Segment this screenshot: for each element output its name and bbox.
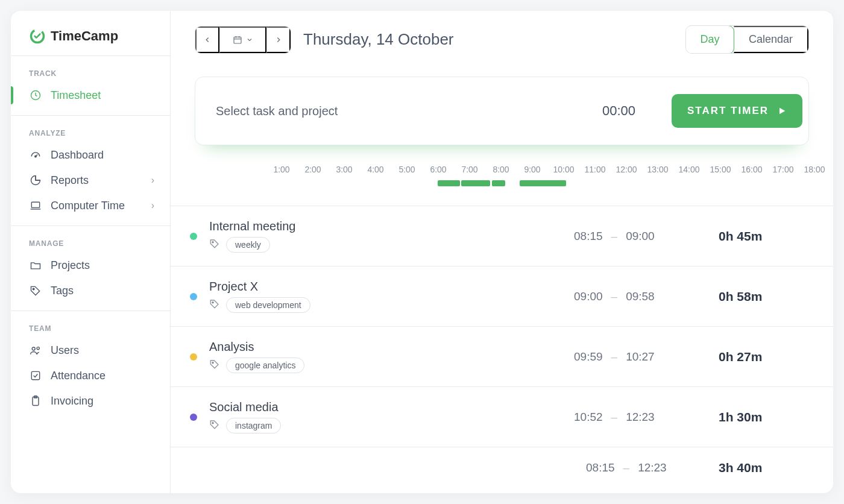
- date-title: Thursday, 14 October: [303, 30, 454, 49]
- sidebar-item-dashboard[interactable]: Dashboard: [11, 142, 170, 168]
- prev-day-button[interactable]: [195, 27, 219, 53]
- entry-duration: 1h 30m: [719, 410, 809, 424]
- hour-label: 19:0: [830, 165, 833, 174]
- sidebar-item-invoicing[interactable]: Invoicing: [11, 388, 170, 414]
- entry-start: 08:15: [574, 230, 603, 243]
- sidebar-section-label: MANAGE: [11, 226, 170, 253]
- hour-label: 11:00: [579, 165, 611, 174]
- svg-rect-3: [31, 202, 39, 207]
- checkbox-icon: [29, 369, 42, 382]
- sidebar-item-label: Users: [51, 344, 79, 357]
- gauge-icon: [29, 148, 42, 162]
- entry-end: 12:23: [626, 411, 655, 424]
- tag-icon: [29, 284, 42, 297]
- tag-chip[interactable]: google analytics: [226, 358, 304, 373]
- sidebar-item-computer-time[interactable]: Computer Time›: [11, 193, 170, 218]
- totals-times: 08:15 – 12:23: [586, 461, 719, 474]
- sidebar-item-tags[interactable]: Tags: [11, 278, 170, 303]
- sidebar-item-projects[interactable]: Projects: [11, 253, 170, 278]
- entry-end: 09:58: [626, 290, 655, 303]
- date-picker-button[interactable]: [219, 27, 266, 53]
- sidebar-item-attendance[interactable]: Attendance: [11, 363, 170, 388]
- svg-point-14: [212, 423, 213, 424]
- time-separator: –: [623, 461, 630, 474]
- tag-icon: [209, 298, 220, 312]
- sidebar-section-label: TRACK: [11, 56, 170, 83]
- entry-end: 09:00: [626, 230, 655, 243]
- tag-chip[interactable]: instagram: [226, 418, 281, 433]
- time-separator: –: [611, 290, 618, 303]
- date-controls: [195, 26, 291, 54]
- entry-main: Analysisgoogle analytics: [209, 340, 562, 373]
- hour-label: 8:00: [485, 165, 517, 174]
- totals-duration: 3h 40m: [719, 461, 809, 475]
- view-calendar-button[interactable]: Calendar: [734, 26, 808, 53]
- entry-title: Internal meeting: [209, 219, 562, 233]
- entry-row[interactable]: Internal meetingweekly08:15–09:000h 45m: [171, 206, 833, 266]
- time-separator: –: [611, 230, 618, 243]
- sidebar-section-label: TEAM: [11, 311, 170, 338]
- entry-duration: 0h 27m: [719, 350, 809, 364]
- entry-start: 09:00: [574, 290, 603, 303]
- hour-label: 3:00: [329, 165, 360, 174]
- timeline-segment: [492, 180, 505, 186]
- sidebar: TimeCamp TRACKTimesheetANALYZEDashboardR…: [11, 11, 171, 493]
- entry-times: 10:52–12:23: [574, 411, 707, 424]
- sidebar-item-label: Attendance: [51, 370, 106, 382]
- sidebar-item-label: Computer Time: [51, 200, 125, 212]
- entry-duration: 0h 58m: [719, 289, 809, 304]
- hour-label: 15:00: [705, 165, 736, 174]
- hour-label: 10:00: [548, 165, 579, 174]
- tag-chip[interactable]: web development: [226, 297, 310, 313]
- svg-rect-10: [234, 37, 241, 43]
- app-frame: TimeCamp TRACKTimesheetANALYZEDashboardR…: [11, 11, 833, 493]
- hour-label: 6:00: [423, 165, 454, 174]
- task-select-placeholder[interactable]: Select task and project: [216, 104, 338, 118]
- logo-icon: [29, 28, 46, 45]
- chevron-down-icon: [246, 36, 253, 43]
- view-day-button[interactable]: Day: [685, 25, 735, 54]
- timer-value: 00:00: [602, 103, 672, 119]
- tag-icon: [209, 238, 220, 251]
- sidebar-item-label: Invoicing: [51, 395, 93, 408]
- timeline-bars: [195, 180, 833, 189]
- start-timer-button[interactable]: START TIMER: [672, 94, 802, 128]
- hour-label: 1:00: [266, 165, 297, 174]
- hour-label: 4:00: [360, 165, 391, 174]
- entry-tags: weekly: [209, 237, 562, 253]
- laptop-icon: [29, 199, 42, 212]
- totals-row: 08:15 – 12:23 3h 40m: [171, 447, 833, 488]
- tag-chip[interactable]: weekly: [226, 237, 270, 253]
- timeline-segment: [461, 180, 490, 186]
- hour-label: 18:00: [799, 165, 830, 174]
- hour-label: 12:00: [611, 165, 642, 174]
- entry-row[interactable]: Analysisgoogle analytics09:59–10:270h 27…: [171, 327, 833, 387]
- svg-point-12: [212, 302, 213, 303]
- pie-icon: [29, 174, 42, 187]
- entry-color-dot: [190, 293, 197, 300]
- time-separator: –: [611, 350, 618, 364]
- svg-point-11: [212, 242, 213, 243]
- topbar: Thursday, 14 October Day Calendar: [171, 11, 833, 66]
- next-day-button[interactable]: [266, 27, 291, 53]
- entry-main: Social mediainstagram: [209, 400, 562, 433]
- sidebar-item-timesheet[interactable]: Timesheet: [11, 83, 170, 108]
- sidebar-item-users[interactable]: Users: [11, 338, 170, 363]
- svg-point-13: [212, 362, 213, 364]
- chevron-right-icon: ›: [151, 175, 154, 186]
- timer-card: Select task and project 00:00 START TIME…: [195, 77, 809, 145]
- entry-tags: instagram: [209, 418, 562, 433]
- entry-title: Analysis: [209, 340, 562, 354]
- clock-icon: [29, 89, 42, 102]
- hour-label: 16:00: [736, 165, 767, 174]
- timeline: 1:002:003:004:005:006:007:008:009:0010:0…: [171, 145, 833, 195]
- entry-main: Project Xweb development: [209, 280, 562, 313]
- chevron-right-icon: ›: [151, 200, 154, 211]
- clipboard-icon: [29, 394, 42, 408]
- entry-color-dot: [190, 233, 197, 240]
- sidebar-item-reports[interactable]: Reports›: [11, 168, 170, 193]
- entry-row[interactable]: Project Xweb development09:00–09:580h 58…: [171, 266, 833, 327]
- tag-icon: [209, 359, 220, 372]
- svg-point-5: [32, 347, 35, 350]
- entry-row[interactable]: Social mediainstagram10:52–12:231h 30m: [171, 387, 833, 447]
